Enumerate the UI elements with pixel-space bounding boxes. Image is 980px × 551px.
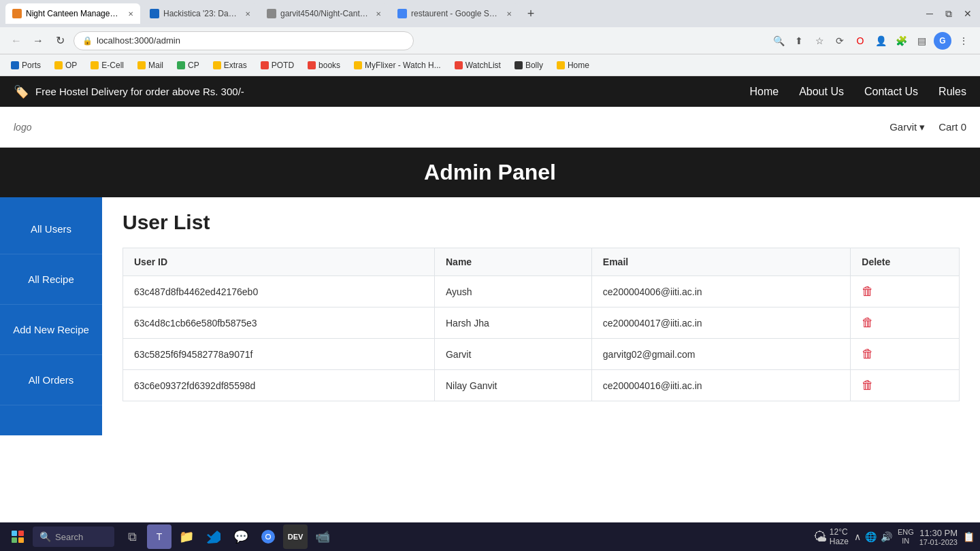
dropdown-arrow-icon: ▾	[919, 121, 925, 133]
taskbar-vscode[interactable]	[201, 524, 226, 549]
taskbar-search-box[interactable]: 🔍 Search	[33, 527, 114, 547]
taskbar-whatsapp[interactable]: 💬	[229, 524, 253, 549]
language-indicator[interactable]: ENGIN	[898, 528, 914, 546]
share-icon[interactable]: ⬆	[791, 33, 807, 49]
table-header-row: User ID Name Email Delete	[123, 248, 960, 276]
account-icon[interactable]: 👤	[872, 33, 889, 49]
cart-button[interactable]: Cart 0	[938, 121, 966, 133]
section-title: User List	[122, 211, 960, 234]
sidebar-toggle[interactable]: ▤	[913, 33, 930, 49]
tab-favicon	[267, 9, 276, 18]
cell-name: Ayush	[434, 276, 591, 307]
forward-button[interactable]: →	[30, 33, 46, 49]
extensions-icon[interactable]: 🧩	[893, 33, 909, 49]
tab-active[interactable]: Night Canteen Management App ✕	[5, 3, 140, 24]
taskbar-chrome[interactable]	[256, 524, 280, 549]
delete-button[interactable]: 🗑	[862, 347, 874, 361]
minimize-button[interactable]: ─	[923, 7, 936, 20]
bookmark-favicon	[557, 61, 565, 69]
bookmark-op[interactable]: OP	[49, 59, 82, 71]
history-icon[interactable]: ⟳	[832, 33, 848, 49]
bookmark-ports[interactable]: Ports	[5, 59, 46, 71]
bookmark-bolly[interactable]: Bolly	[509, 59, 549, 71]
taskbar-task-view[interactable]: ⧉	[120, 524, 144, 549]
tab-close-btn[interactable]: ✕	[506, 10, 512, 18]
bookmark-label: Mail	[148, 61, 163, 70]
menu-button[interactable]: ⋮	[956, 33, 972, 49]
search-icon[interactable]: 🔍	[770, 33, 787, 49]
bookmark-label: OP	[65, 61, 77, 70]
nav-home[interactable]: Home	[749, 86, 779, 98]
nav-about[interactable]: About Us	[799, 86, 844, 98]
nav-contact[interactable]: Contact Us	[864, 86, 918, 98]
cell-name: Garvit	[434, 339, 591, 370]
bookmark-extras[interactable]: Extras	[208, 59, 252, 71]
delete-button[interactable]: 🗑	[862, 284, 874, 299]
reload-button[interactable]: ↻	[52, 33, 68, 49]
admin-panel-title: Admin Panel	[424, 160, 556, 184]
taskbar-dev[interactable]: DEV	[283, 524, 308, 549]
tab-4[interactable]: restaurent - Google Search ✕	[391, 3, 519, 24]
bookmark-mail[interactable]: Mail	[132, 59, 169, 71]
sidebar-item-all-recipe[interactable]: All Recipe	[0, 254, 102, 305]
delete-button[interactable]: 🗑	[862, 316, 874, 330]
network-icon[interactable]: 🌐	[865, 531, 877, 542]
bookmark-label: MyFlixer - Watch H...	[365, 61, 441, 70]
browser-titlebar: Night Canteen Management App ✕ Hackistic…	[0, 0, 980, 27]
back-button[interactable]: ←	[8, 33, 24, 49]
tab-label: restaurent - Google Search	[411, 9, 500, 18]
clock[interactable]: 11:30 PM 17-01-2023	[919, 528, 958, 546]
opera-icon[interactable]: O	[852, 33, 868, 49]
taskbar-file-explorer[interactable]: 📁	[174, 524, 199, 549]
logo-text: logo	[14, 122, 31, 133]
bookmark-favicon	[354, 61, 362, 69]
date-display: 17-01-2023	[919, 538, 958, 546]
bookmark-books[interactable]: books	[302, 59, 346, 71]
taskbar-teams[interactable]: T	[147, 524, 172, 549]
tab-favicon	[150, 9, 159, 18]
address-input[interactable]: 🔒 localhost:3000/admin	[74, 31, 414, 50]
bookmark-watchlist[interactable]: WatchList	[449, 59, 506, 71]
tab-1[interactable]: Hackistica '23: Dashboard | Dev... ✕	[143, 3, 257, 24]
nav-rules[interactable]: Rules	[938, 86, 966, 98]
bookmark-favicon	[11, 61, 19, 69]
bookmark-icon[interactable]: ☆	[811, 33, 828, 49]
tab-2[interactable]: garvit4540/Night-Canteen-App ✕	[260, 3, 388, 24]
cell-user-id: 63c6e09372fd6392df85598d	[123, 370, 435, 401]
logo[interactable]: logo	[14, 121, 31, 133]
bookmark-label: CP	[188, 61, 199, 70]
delete-button[interactable]: 🗑	[862, 378, 874, 393]
cell-delete: 🗑	[851, 276, 960, 307]
user-dropdown[interactable]: Garvit ▾	[889, 121, 925, 133]
announcement-icon: 🏷️	[14, 84, 29, 99]
bookmark-home[interactable]: Home	[551, 59, 595, 71]
profile-avatar[interactable]: G	[934, 32, 951, 50]
bookmark-cp[interactable]: CP	[172, 59, 205, 71]
new-tab-button[interactable]: +	[521, 4, 540, 23]
tab-label: Night Canteen Management App	[26, 9, 121, 18]
header-right: Garvit ▾ Cart 0	[889, 121, 966, 133]
nav-links: Home About Us Contact Us Rules	[749, 86, 966, 98]
taskbar-facetime[interactable]: 📹	[310, 524, 335, 549]
sidebar-item-all-users[interactable]: All Users	[0, 204, 102, 254]
bookmark-myflixer[interactable]: MyFlixer - Watch H...	[348, 59, 446, 71]
tab-close-btn[interactable]: ✕	[128, 10, 133, 18]
taskbar: 🔍 Search ⧉ T 📁 💬 DEV 📹 🌤 12°C Haze	[0, 522, 980, 551]
sidebar-item-all-orders[interactable]: All Orders	[0, 355, 102, 405]
tab-close-btn[interactable]: ✕	[376, 10, 381, 18]
bookmark-potd[interactable]: POTD	[255, 59, 299, 71]
bookmarks-bar: Ports OP E-Cell Mail CP Extras POTD book…	[0, 54, 980, 76]
notification-icon[interactable]: 📋	[963, 531, 975, 542]
start-button[interactable]	[5, 524, 30, 549]
user-table: User ID Name Email Delete 63c487d8fb4462…	[122, 248, 960, 401]
announcement-bar: 🏷️ Free Hostel Delivery for order above …	[0, 76, 980, 107]
bookmark-label: POTD	[272, 61, 294, 70]
chevron-up-icon[interactable]: ∧	[854, 531, 861, 542]
bookmark-ecell[interactable]: E-Cell	[85, 59, 129, 71]
tab-close-btn[interactable]: ✕	[245, 10, 250, 18]
sidebar-item-add-new-recipe[interactable]: Add New Recipe	[0, 305, 102, 355]
restore-button[interactable]: ⧉	[942, 7, 956, 20]
close-button[interactable]: ✕	[961, 7, 975, 20]
table-row: 63c4d8c1cb66e580fb5875e3 Harsh Jha ce200…	[123, 307, 960, 339]
volume-icon[interactable]: 🔊	[881, 531, 892, 542]
